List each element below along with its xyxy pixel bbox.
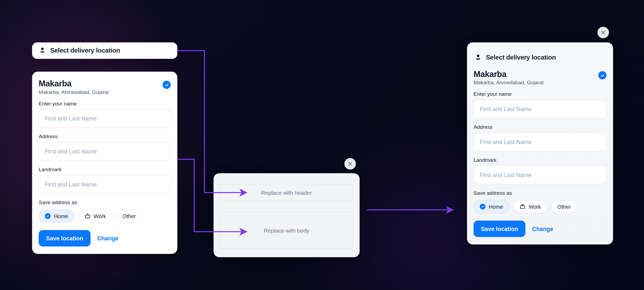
chip-home-label: Home [54, 213, 68, 219]
location-name: Makarba [474, 69, 544, 79]
svg-point-1 [40, 51, 45, 53]
checkmark-badge-icon [163, 81, 171, 89]
save-as-label: Save address as [474, 190, 606, 196]
address-label: Address [39, 134, 171, 140]
check-icon [480, 204, 485, 209]
save-location-button[interactable]: Save location [39, 230, 91, 247]
name-input[interactable] [474, 100, 606, 119]
briefcase-icon [85, 213, 90, 219]
chip-work[interactable]: Work [79, 210, 112, 223]
close-icon[interactable] [344, 158, 356, 170]
change-link[interactable]: Change [97, 235, 118, 242]
checkmark-badge-icon [598, 71, 606, 79]
chip-work[interactable]: Work [513, 200, 547, 213]
save-location-button[interactable]: Save location [474, 221, 526, 237]
close-icon[interactable] [597, 27, 609, 38]
briefcase-icon [520, 204, 525, 209]
name-label: Enter your name [474, 91, 606, 97]
map-pin-icon [39, 46, 46, 55]
skeleton-body-slot: Replace with body [220, 212, 353, 249]
location-name: Makarba [39, 79, 109, 89]
chip-other-label: Other [123, 213, 136, 219]
svg-rect-7 [520, 205, 525, 208]
skeleton-header-slot: Replace with header [220, 184, 353, 201]
svg-point-0 [41, 47, 44, 50]
chip-work-label: Work [94, 213, 106, 219]
change-link[interactable]: Change [532, 226, 553, 232]
skeleton-card: Replace with header Replace with body [214, 173, 360, 257]
svg-point-6 [476, 58, 480, 60]
location-subtitle: Makarba, Ahmedabad, Gujarat [474, 80, 544, 86]
address-input[interactable] [474, 133, 606, 152]
name-label: Enter your name [39, 101, 171, 107]
chip-work-label: Work [529, 204, 541, 210]
name-input[interactable] [39, 109, 171, 128]
map-pin-icon [474, 53, 482, 62]
landmark-input[interactable] [474, 166, 606, 185]
chip-home-label: Home [489, 204, 503, 210]
chip-other[interactable]: Other [551, 200, 577, 213]
svg-rect-2 [85, 215, 90, 218]
body-card-left: Makarba Makarba, Ahmedabad, Gujarat Ente… [32, 72, 178, 254]
header-title: Select delivery location [486, 54, 556, 61]
chip-other[interactable]: Other [116, 210, 142, 223]
chip-other-label: Other [557, 204, 571, 210]
svg-point-5 [477, 54, 480, 57]
address-label: Address [474, 124, 606, 130]
chip-home[interactable]: Home [474, 200, 509, 213]
location-subtitle: Makarba, Ahmedabad, Gujarat [39, 89, 109, 95]
landmark-input[interactable] [39, 175, 171, 194]
landmark-label: Landmark [39, 167, 171, 172]
skeleton-body-text: Replace with body [264, 227, 309, 234]
header-card-left: Select delivery location [32, 42, 178, 59]
address-input[interactable] [39, 142, 171, 161]
check-icon [45, 213, 50, 219]
header-title: Select delivery location [50, 47, 120, 54]
skeleton-header-text: Replace with header [261, 189, 312, 196]
chip-home[interactable]: Home [39, 210, 74, 223]
composed-card: Select delivery location Makarba Makarba… [467, 42, 613, 244]
landmark-label: Landmark [474, 157, 606, 163]
save-as-label: Save address as [39, 200, 171, 205]
